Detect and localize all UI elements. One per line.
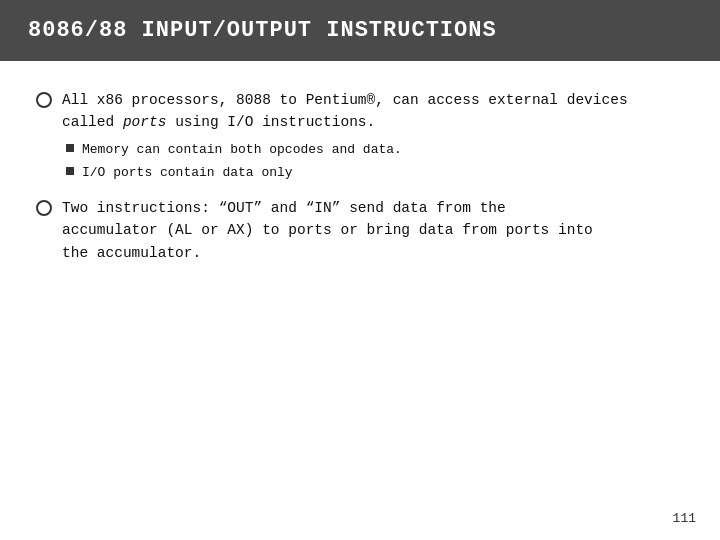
- sub-bullet-2-text: I/O ports contain data only: [82, 163, 293, 183]
- slide: 8086/88 INPUT/OUTPUT INSTRUCTIONS All x8…: [0, 0, 720, 540]
- bullet-2: Two instructions: “OUT” and “IN” send da…: [36, 197, 684, 264]
- bullet-circle-1: [36, 92, 52, 108]
- page-number: 111: [673, 511, 696, 526]
- bullet-2-text: Two instructions: “OUT” and “IN” send da…: [62, 197, 593, 264]
- slide-header: 8086/88 INPUT/OUTPUT INSTRUCTIONS: [0, 0, 720, 61]
- sub-bullets-1: Memory can contain both opcodes and data…: [66, 140, 684, 183]
- bullet-circle-2: [36, 200, 52, 216]
- bullet-1-text-after: using I/O instructions.: [166, 114, 375, 130]
- sub-bullet-1: Memory can contain both opcodes and data…: [66, 140, 684, 160]
- sub-bullet-marker-2: [66, 167, 74, 175]
- bullet-1-text: All x86 processors, 8088 to Pentium®, ca…: [62, 89, 684, 183]
- bullet-2-line1: Two instructions: “OUT” and “IN” send da…: [62, 200, 506, 216]
- slide-content: All x86 processors, 8088 to Pentium®, ca…: [0, 61, 720, 540]
- bullet-2-line3: the accumulator.: [62, 245, 201, 261]
- sub-bullet-marker-1: [66, 144, 74, 152]
- sub-bullet-2: I/O ports contain data only: [66, 163, 684, 183]
- sub-bullet-1-text: Memory can contain both opcodes and data…: [82, 140, 402, 160]
- slide-title: 8086/88 INPUT/OUTPUT INSTRUCTIONS: [28, 18, 497, 43]
- bullet-1-italic: ports: [123, 114, 167, 130]
- bullet-2-line2: accumulator (AL or AX) to ports or bring…: [62, 222, 593, 238]
- bullet-1: All x86 processors, 8088 to Pentium®, ca…: [36, 89, 684, 183]
